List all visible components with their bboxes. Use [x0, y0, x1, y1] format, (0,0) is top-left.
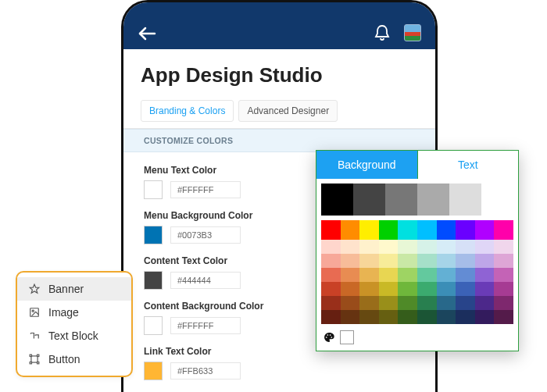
palette-cell[interactable] [379, 240, 399, 254]
palette-cell[interactable] [341, 240, 360, 254]
palette-cell[interactable] [437, 220, 456, 240]
color-hex-input[interactable]: #FFB633 [170, 362, 241, 380]
palette-cell[interactable] [417, 240, 437, 254]
palette-cell[interactable] [456, 220, 475, 240]
palette-cell[interactable] [437, 240, 456, 254]
palette-cell[interactable] [359, 310, 379, 324]
palette-cell[interactable] [359, 282, 379, 296]
palette-cell[interactable] [341, 296, 360, 310]
palette-icon[interactable] [323, 331, 335, 344]
palette-cell[interactable] [321, 240, 341, 254]
palette-cell[interactable] [417, 282, 437, 296]
palette-cell[interactable] [341, 254, 360, 268]
palette-cell[interactable] [341, 310, 360, 324]
palette-cell[interactable] [379, 268, 399, 282]
palette-cell[interactable] [417, 220, 437, 240]
palette-cell[interactable] [417, 184, 449, 216]
palette-cell[interactable] [379, 296, 399, 310]
palette-cell[interactable] [475, 220, 495, 240]
color-swatch[interactable] [144, 180, 163, 199]
color-swatch[interactable] [144, 316, 163, 335]
palette-cell[interactable] [456, 268, 475, 282]
color-hex-input[interactable]: #FFFFFF [170, 181, 241, 198]
palette-cell[interactable] [359, 254, 379, 268]
palette-cell[interactable] [437, 268, 456, 282]
popover-tab-background[interactable]: Background [316, 151, 417, 179]
palette-cell[interactable] [475, 296, 495, 310]
palette-cell[interactable] [359, 296, 379, 310]
palette-cell[interactable] [437, 296, 456, 310]
palette-cell[interactable] [398, 282, 417, 296]
palette-cell[interactable] [475, 268, 495, 282]
palette-cell[interactable] [379, 254, 399, 268]
palette-cell[interactable] [449, 184, 481, 216]
palette-cell[interactable] [341, 282, 360, 296]
color-hex-input[interactable]: #444444 [170, 272, 241, 289]
palette-cell[interactable] [417, 254, 437, 268]
palette-cell[interactable] [417, 296, 437, 310]
palette-cell[interactable] [398, 310, 417, 324]
palette-cell[interactable] [456, 240, 475, 254]
color-swatch[interactable] [144, 362, 163, 380]
palette-cell[interactable] [475, 240, 495, 254]
palette-cell[interactable] [494, 254, 513, 268]
palette-cell[interactable] [494, 296, 513, 310]
palette-cell[interactable] [494, 282, 513, 296]
palette-cell[interactable] [437, 254, 456, 268]
tab-advanced-designer[interactable]: Advanced Designer [238, 100, 338, 122]
palette-cell[interactable] [359, 240, 379, 254]
palette-cell[interactable] [321, 184, 353, 216]
palette-cell[interactable] [456, 296, 475, 310]
picker-item-banner[interactable]: Banner [17, 277, 131, 301]
palette-cell[interactable] [475, 310, 495, 324]
palette-cell[interactable] [456, 310, 475, 324]
palette-cell[interactable] [494, 220, 513, 240]
palette-cell[interactable] [321, 310, 341, 324]
palette-cell[interactable] [341, 268, 360, 282]
text-icon [28, 330, 41, 341]
palette-cell[interactable] [321, 268, 341, 282]
palette-cell[interactable] [341, 220, 360, 240]
palette-cell[interactable] [379, 282, 399, 296]
color-swatch[interactable] [144, 226, 163, 244]
palette-cell[interactable] [379, 310, 399, 324]
palette-cell[interactable] [353, 184, 385, 216]
palette-cell[interactable] [494, 240, 513, 254]
palette-cell[interactable] [437, 310, 456, 324]
picker-item-image[interactable]: Image [17, 301, 131, 324]
palette-cell[interactable] [398, 296, 417, 310]
palette-cell[interactable] [456, 254, 475, 268]
palette-cell[interactable] [494, 268, 513, 282]
palette-cell[interactable] [398, 220, 417, 240]
palette-cell[interactable] [475, 254, 495, 268]
palette-cell[interactable] [398, 254, 417, 268]
palette-cell[interactable] [359, 220, 379, 240]
bell-icon[interactable] [374, 24, 390, 41]
palette-cell[interactable] [321, 282, 341, 296]
palette-cell[interactable] [385, 184, 417, 216]
palette-cell[interactable] [417, 268, 437, 282]
popover-tab-text[interactable]: Text [417, 151, 519, 179]
palette-cell[interactable] [417, 310, 437, 324]
current-color-swatch[interactable] [340, 330, 354, 344]
palette-cell[interactable] [359, 268, 379, 282]
palette-cell[interactable] [398, 268, 417, 282]
palette-cell[interactable] [398, 240, 417, 254]
palette-cell[interactable] [437, 282, 456, 296]
picker-item-text-block[interactable]: Text Block [17, 324, 131, 347]
palette-cell[interactable] [481, 184, 513, 216]
palette-cell[interactable] [379, 220, 399, 240]
palette-cell[interactable] [494, 310, 513, 324]
palette-cell[interactable] [321, 296, 341, 310]
user-avatar[interactable] [404, 24, 421, 41]
back-arrow-icon[interactable] [138, 26, 156, 41]
color-hex-input[interactable]: #FFFFFF [170, 317, 241, 334]
tab-branding-colors[interactable]: Branding & Colors [141, 100, 234, 122]
color-swatch[interactable] [144, 271, 163, 290]
palette-cell[interactable] [321, 220, 341, 240]
palette-cell[interactable] [475, 282, 495, 296]
palette-cell[interactable] [456, 282, 475, 296]
palette-cell[interactable] [321, 254, 341, 268]
color-hex-input[interactable]: #0073B3 [170, 226, 241, 244]
picker-item-button[interactable]: Button [17, 347, 131, 371]
